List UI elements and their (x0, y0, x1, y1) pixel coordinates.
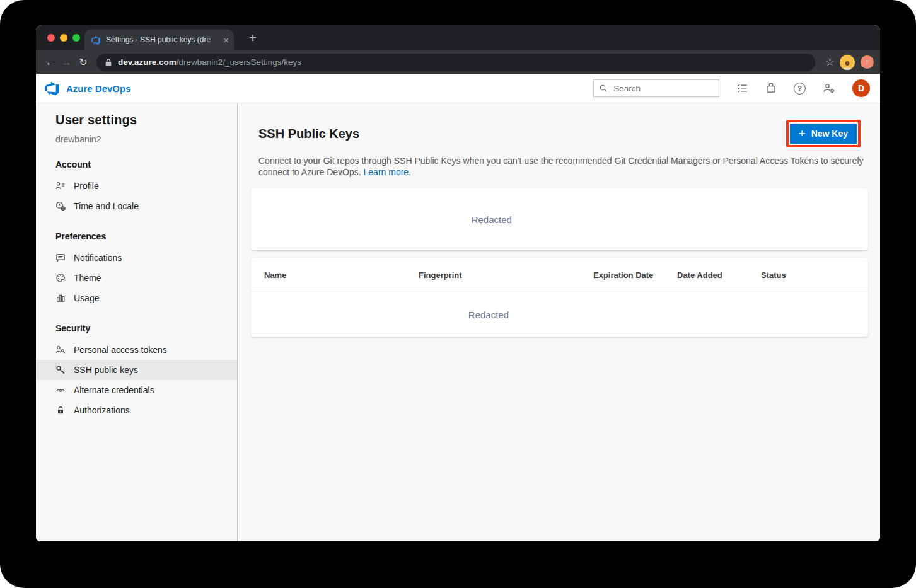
url-text: dev.azure.com/drewbanin2/_usersSettings/… (118, 57, 301, 67)
column-header-date-added: Date Added (677, 270, 761, 280)
sidebar-item-label: Alternate credentials (74, 385, 154, 395)
redacted-label: Redacted (468, 309, 509, 320)
back-icon[interactable]: ← (42, 57, 59, 68)
close-tab-icon[interactable]: × (223, 35, 229, 45)
window-controls (47, 34, 80, 42)
key-icon (55, 365, 66, 375)
sidebar-item-label: Notifications (74, 253, 122, 263)
keys-table-card: Name Fingerprint Expiration Date Date Ad… (251, 258, 868, 337)
new-key-button-label: New Key (811, 129, 848, 139)
url-domain: dev.azure.com (118, 57, 177, 67)
page-description: Connect to your Git repos through SSH Pu… (258, 156, 867, 178)
browser-window: Settings · SSH public keys (dre × + ← → … (36, 25, 880, 541)
forward-icon[interactable]: → (59, 57, 75, 68)
browser-profile-avatar[interactable] (840, 55, 855, 70)
sidebar-item-label: SSH public keys (74, 365, 138, 375)
profile-icon (55, 181, 66, 191)
section-header-account: Account (36, 159, 237, 170)
tab-title: Settings · SSH public keys (dre (106, 35, 221, 45)
sidebar-item-alternate-credentials[interactable]: Alternate credentials (36, 380, 237, 400)
section-header-security: Security (36, 323, 237, 333)
person-icon (842, 60, 853, 70)
sidebar-item-label: Theme (74, 273, 101, 283)
palette-icon (55, 273, 66, 283)
marketplace-bag-icon[interactable] (765, 83, 777, 94)
new-tab-button[interactable]: + (244, 29, 262, 47)
sidebar-item-label: Personal access tokens (74, 345, 167, 355)
sidebar-item-label: Usage (74, 293, 99, 303)
minimize-window-button[interactable] (60, 34, 67, 42)
sidebar-item-label: Time and Locale (74, 201, 139, 211)
ssh-keys-panel: SSH Public Keys + New Key Connect to you… (238, 103, 880, 541)
address-bar[interactable]: dev.azure.com/drewbanin2/_usersSettings/… (96, 54, 815, 71)
redacted-label: Redacted (472, 214, 512, 224)
sidebar-item-notifications[interactable]: Notifications (36, 248, 237, 268)
user-avatar[interactable]: D (852, 79, 870, 97)
sidebar-item-theme[interactable]: Theme (36, 268, 237, 288)
azure-devops-home-link[interactable]: Azure DevOps (44, 81, 131, 96)
column-header-expiration-date: Expiration Date (593, 270, 677, 280)
user-settings-gear-icon[interactable] (823, 83, 835, 94)
reload-icon[interactable]: ↻ (75, 56, 91, 68)
help-icon[interactable]: ? (794, 83, 806, 95)
sidebar-item-personal-access-tokens[interactable]: Personal access tokens (36, 340, 237, 360)
sidebar-item-label: Authorizations (74, 405, 130, 415)
help-glyph: ? (794, 83, 806, 95)
sidebar-title: User settings (36, 113, 237, 127)
lock-icon (55, 405, 66, 415)
eye-icon (55, 385, 66, 395)
description-text: Connect to your Git repos through SSH Pu… (258, 156, 864, 177)
table-header-row: Name Fingerprint Expiration Date Date Ad… (251, 258, 868, 292)
comment-icon (55, 253, 66, 263)
task-list-icon[interactable] (736, 83, 748, 94)
search-box[interactable] (593, 79, 719, 97)
azure-devops-header: Azure DevOps (36, 74, 880, 103)
column-header-fingerprint: Fingerprint (419, 270, 593, 280)
search-input[interactable] (612, 83, 713, 94)
browser-tab-bar: Settings · SSH public keys (dre × + (36, 25, 880, 50)
panel-header: SSH Public Keys + New Key (258, 120, 868, 147)
search-icon (600, 84, 607, 93)
azure-devops-logo (44, 81, 60, 96)
page-title: SSH Public Keys (258, 127, 359, 141)
clock-globe-icon (55, 201, 66, 211)
sidebar-username: drewbanin2 (36, 134, 237, 144)
annotation-highlight-box: + New Key (786, 120, 861, 147)
learn-more-link[interactable]: Learn more. (364, 167, 411, 177)
plus-icon: + (799, 127, 806, 139)
bookmark-star-icon[interactable]: ☆ (825, 55, 835, 69)
sidebar-item-usage[interactable]: Usage (36, 288, 237, 308)
settings-sidebar: User settings drewbanin2 Account Profile… (36, 103, 238, 541)
sidebar-item-ssh-public-keys[interactable]: SSH public keys (36, 360, 237, 380)
bar-chart-icon (55, 293, 66, 303)
zoom-window-button[interactable] (72, 34, 80, 42)
header-actions: ? D (593, 79, 870, 97)
sidebar-item-authorizations[interactable]: Authorizations (36, 400, 237, 420)
close-window-button[interactable] (47, 34, 55, 42)
lock-icon (105, 58, 112, 67)
table-body: Redacted (251, 292, 868, 337)
new-key-button[interactable]: + New Key (790, 124, 857, 144)
sidebar-item-label: Profile (74, 181, 99, 191)
browser-update-button[interactable]: ↑ (861, 55, 874, 69)
column-header-name: Name (264, 270, 419, 280)
azure-devops-favicon (91, 35, 101, 45)
page-content: User settings drewbanin2 Account Profile… (36, 103, 880, 541)
redacted-keys-card: Redacted (251, 188, 868, 250)
column-header-status: Status (761, 270, 868, 280)
sidebar-item-time-and-locale[interactable]: Time and Locale (36, 196, 237, 216)
browser-tab[interactable]: Settings · SSH public keys (dre × (84, 30, 234, 50)
section-header-preferences: Preferences (36, 231, 237, 241)
brand-name: Azure DevOps (66, 83, 131, 94)
url-path: /drewbanin2/_usersSettings/keys (177, 57, 301, 67)
sidebar-item-profile[interactable]: Profile (36, 176, 237, 196)
person-key-icon (55, 345, 66, 355)
browser-toolbar: ← → ↻ dev.azure.com/drewbanin2/_usersSet… (36, 50, 880, 74)
